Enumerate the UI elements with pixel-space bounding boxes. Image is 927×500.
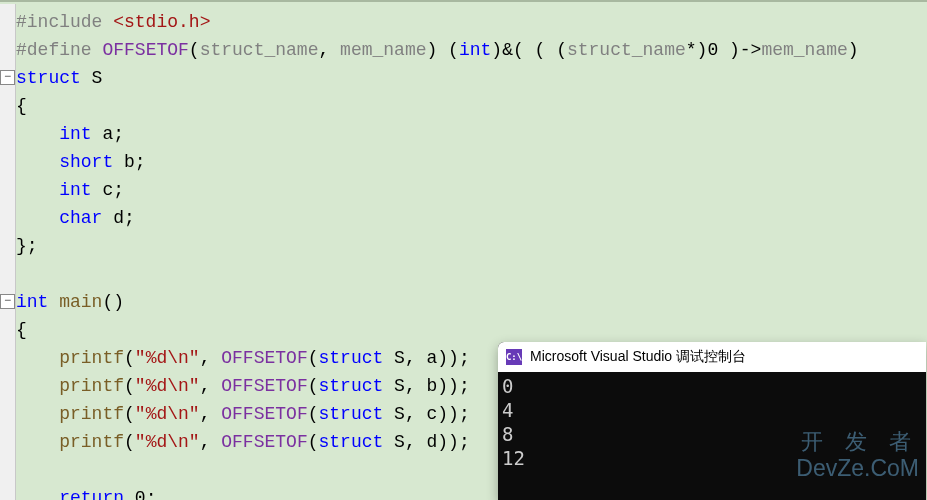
code-token: {	[16, 320, 27, 340]
code-line[interactable]: −struct S	[16, 64, 859, 92]
code-token: (	[124, 432, 135, 452]
code-token: OFFSETOF	[221, 432, 307, 452]
code-token: ) (	[427, 40, 459, 60]
code-token: (	[124, 348, 135, 368]
code-line[interactable]: #include <stdio.h>	[16, 8, 859, 36]
code-token	[16, 180, 59, 200]
fold-toggle-icon[interactable]: −	[0, 70, 15, 85]
code-line[interactable]: −int main()	[16, 288, 859, 316]
code-token: 0;	[124, 488, 156, 500]
code-token: (	[308, 348, 319, 368]
code-token: S, d));	[383, 432, 469, 452]
console-titlebar[interactable]: C:\ Microsoft Visual Studio 调试控制台	[498, 342, 926, 372]
code-token	[16, 124, 59, 144]
console-icon: C:\	[506, 349, 522, 365]
code-token: printf	[59, 432, 124, 452]
code-token: *)0 )->	[686, 40, 762, 60]
code-token: b;	[113, 152, 145, 172]
code-line[interactable]	[16, 260, 859, 288]
code-token: (	[308, 376, 319, 396]
code-line[interactable]: short b;	[16, 148, 859, 176]
code-token: #include	[16, 12, 113, 32]
code-line[interactable]: {	[16, 92, 859, 120]
code-token: ()	[102, 292, 124, 312]
code-token: struct	[319, 404, 384, 424]
console-output[interactable]: 0 4 8 12	[498, 372, 926, 500]
code-token: OFFSETOF	[221, 376, 307, 396]
code-token	[48, 292, 59, 312]
code-token: main	[59, 292, 102, 312]
console-title: Microsoft Visual Studio 调试控制台	[530, 348, 746, 366]
code-line[interactable]: int c;	[16, 176, 859, 204]
code-token: S	[81, 68, 103, 88]
code-token: S, c));	[383, 404, 469, 424]
code-token: )&( ( (	[491, 40, 567, 60]
code-token: short	[59, 152, 113, 172]
code-token: struct_name	[567, 40, 686, 60]
code-token	[16, 404, 59, 424]
code-line[interactable]: {	[16, 316, 859, 344]
code-token: printf	[59, 348, 124, 368]
code-token: int	[16, 292, 48, 312]
code-token: {	[16, 96, 27, 116]
code-token: ,	[200, 348, 222, 368]
code-line[interactable]: #define OFFSETOF(struct_name, mem_name) …	[16, 36, 859, 64]
code-token	[16, 208, 59, 228]
code-token: "%d\n"	[135, 404, 200, 424]
code-token: (	[124, 376, 135, 396]
code-token: (	[308, 432, 319, 452]
code-line[interactable]: char d;	[16, 204, 859, 232]
code-token: a;	[92, 124, 124, 144]
code-token: };	[16, 236, 38, 256]
code-token: "%d\n"	[135, 432, 200, 452]
code-token: struct	[16, 68, 81, 88]
code-token	[16, 348, 59, 368]
code-token: struct	[319, 376, 384, 396]
code-token: struct_name	[200, 40, 319, 60]
code-token: "%d\n"	[135, 348, 200, 368]
code-token: S, b));	[383, 376, 469, 396]
code-line[interactable]: };	[16, 232, 859, 260]
code-token: printf	[59, 404, 124, 424]
code-token: <stdio.h>	[113, 12, 210, 32]
code-token: struct	[319, 348, 384, 368]
code-token: ,	[200, 432, 222, 452]
code-token: ,	[200, 404, 222, 424]
code-token: (	[308, 404, 319, 424]
code-token: char	[59, 208, 102, 228]
code-token: #define	[16, 40, 102, 60]
code-token: int	[459, 40, 491, 60]
code-token: c;	[92, 180, 124, 200]
code-token	[16, 432, 59, 452]
code-token: ,	[200, 376, 222, 396]
code-token: d;	[102, 208, 134, 228]
code-token: OFFSETOF	[102, 40, 188, 60]
code-token: OFFSETOF	[221, 404, 307, 424]
code-token: int	[59, 180, 91, 200]
code-token: ,	[318, 40, 340, 60]
code-token: (	[189, 40, 200, 60]
code-token: mem_name	[761, 40, 847, 60]
code-token: return	[59, 488, 124, 500]
code-token: )	[848, 40, 859, 60]
code-token: mem_name	[340, 40, 426, 60]
code-token: "%d\n"	[135, 376, 200, 396]
code-token: struct	[319, 432, 384, 452]
code-token: printf	[59, 376, 124, 396]
code-token	[16, 376, 59, 396]
code-token	[16, 152, 59, 172]
code-token: OFFSETOF	[221, 348, 307, 368]
code-token: int	[59, 124, 91, 144]
debug-console-window[interactable]: C:\ Microsoft Visual Studio 调试控制台 0 4 8 …	[498, 342, 926, 500]
code-token: S, a));	[383, 348, 469, 368]
code-line[interactable]: int a;	[16, 120, 859, 148]
code-token	[16, 488, 59, 500]
fold-toggle-icon[interactable]: −	[0, 294, 15, 309]
code-token: (	[124, 404, 135, 424]
